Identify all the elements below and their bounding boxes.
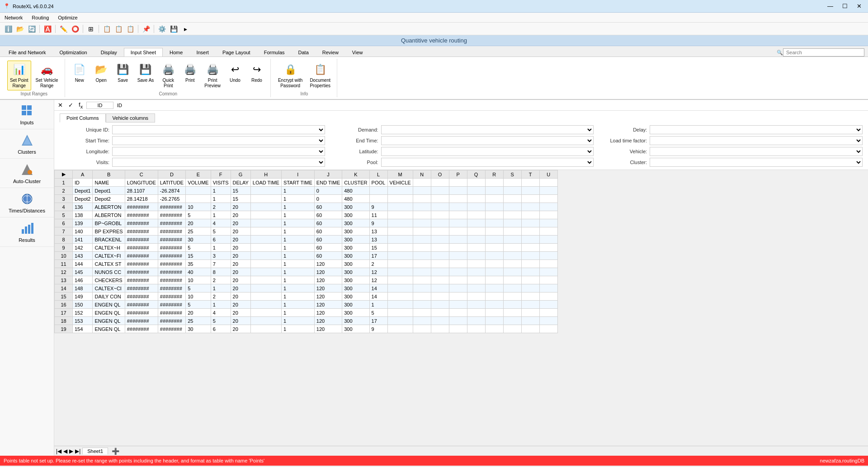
cell-J16[interactable]: 120 (314, 301, 342, 309)
cell-A4[interactable]: 136 (73, 203, 93, 211)
cell-J12[interactable]: 120 (314, 268, 342, 276)
cell-P14[interactable] (449, 284, 467, 292)
cell-E10[interactable]: 15 (186, 252, 211, 260)
cell-U13[interactable] (539, 276, 557, 284)
cell-K12[interactable]: 300 (342, 268, 369, 276)
cell-S9[interactable] (503, 244, 521, 252)
cell-S12[interactable] (503, 268, 521, 276)
cell-D2[interactable]: -26.2874 (158, 187, 185, 195)
toolbar-copy1[interactable]: 📋 (101, 24, 112, 34)
cell-D17[interactable]: ######## (158, 309, 185, 317)
cell-O5[interactable] (431, 211, 449, 219)
maximize-button[interactable]: ☐ (840, 2, 850, 10)
cell-I18[interactable]: 1 (281, 317, 314, 325)
cell-N17[interactable] (413, 309, 431, 317)
cell-L13[interactable]: 12 (369, 276, 387, 284)
cell-A9[interactable]: 142 (73, 244, 93, 252)
cell-E2[interactable] (186, 187, 211, 195)
cell-P6[interactable] (449, 219, 467, 227)
cell-L3[interactable] (369, 195, 387, 203)
sheet-nav-first[interactable]: |◀ (56, 448, 61, 454)
cell-J17[interactable]: 120 (314, 309, 342, 317)
cell-R3[interactable] (485, 195, 503, 203)
cell-I12[interactable]: 1 (281, 268, 314, 276)
select-end-time[interactable] (381, 136, 594, 145)
tab-input-sheet[interactable]: Input Sheet (124, 48, 163, 57)
cell-E18[interactable]: 25 (186, 317, 211, 325)
cell-A10[interactable]: 143 (73, 252, 93, 260)
cell-D8[interactable]: ######## (158, 236, 185, 244)
cell-U17[interactable] (539, 309, 557, 317)
cell-A3[interactable]: Depot2 (73, 195, 93, 203)
formula-bar-close[interactable]: ✕ (56, 101, 65, 109)
tab-view[interactable]: View (345, 48, 370, 57)
cell-D6[interactable]: ######## (158, 219, 185, 227)
cell-M8[interactable] (387, 236, 413, 244)
cell-J14[interactable]: 120 (314, 284, 342, 292)
cell-K15[interactable]: 300 (342, 292, 369, 301)
cell-K19[interactable]: 300 (342, 325, 369, 333)
cell-A2[interactable]: Depot1 (73, 187, 93, 195)
cell-C13[interactable]: ######## (125, 276, 158, 284)
cell-H9[interactable] (250, 244, 281, 252)
cell-J6[interactable]: 60 (314, 219, 342, 227)
cell-M18[interactable] (387, 317, 413, 325)
cell-R17[interactable] (485, 309, 503, 317)
cell-M10[interactable] (387, 252, 413, 260)
cell-H10[interactable] (250, 252, 281, 260)
cell-T2[interactable] (521, 187, 539, 195)
btn-print[interactable]: 🖨️ Print (180, 61, 200, 85)
cell-L9[interactable]: 15 (369, 244, 387, 252)
cell-O4[interactable] (431, 203, 449, 211)
select-vehicle[interactable] (650, 147, 863, 156)
toolbar-info[interactable]: ℹ️ (3, 24, 14, 34)
cell-E14[interactable]: 5 (186, 284, 211, 292)
select-start-time[interactable] (112, 136, 325, 145)
cell-E19[interactable]: 30 (186, 325, 211, 333)
cell-C6[interactable]: ######## (125, 219, 158, 227)
toolbar-draw[interactable]: ✏️ (58, 24, 69, 34)
cell-M12[interactable] (387, 268, 413, 276)
cell-Q6[interactable] (467, 219, 485, 227)
cell-M17[interactable] (387, 309, 413, 317)
cell-B19[interactable]: ENGEN QL (93, 325, 125, 333)
cell-B16[interactable]: ENGEN QL (93, 301, 125, 309)
close-button[interactable]: ✕ (854, 2, 864, 10)
cell-J15[interactable]: 120 (314, 292, 342, 301)
cell-R15[interactable] (485, 292, 503, 301)
btn-save-as[interactable]: 💾 Save As (135, 61, 157, 85)
cell-R16[interactable] (485, 301, 503, 309)
cell-s1[interactable] (503, 179, 521, 187)
cell-F9[interactable]: 1 (211, 244, 231, 252)
cell-Q13[interactable] (467, 276, 485, 284)
select-longitude[interactable] (112, 147, 325, 156)
formula-bar-fx[interactable]: fx (77, 101, 85, 110)
select-latitude[interactable] (381, 147, 594, 156)
menu-routing[interactable]: Routing (27, 14, 53, 21)
cell-U8[interactable] (539, 236, 557, 244)
cell-H5[interactable] (250, 211, 281, 219)
cell-F14[interactable]: 1 (211, 284, 231, 292)
cell-C14[interactable]: ######## (125, 284, 158, 292)
cell-B8[interactable]: BRACKENL (93, 236, 125, 244)
cell-N9[interactable] (413, 244, 431, 252)
cell-L8[interactable]: 13 (369, 236, 387, 244)
cell-I14[interactable]: 1 (281, 284, 314, 292)
cell-M6[interactable] (387, 219, 413, 227)
tab-data[interactable]: Data (292, 48, 316, 57)
cell-N18[interactable] (413, 317, 431, 325)
cell-S10[interactable] (503, 252, 521, 260)
cell-U15[interactable] (539, 292, 557, 301)
col-header-l[interactable]: L (369, 170, 387, 179)
cell-C8[interactable]: ######## (125, 236, 158, 244)
cell-C3[interactable]: 28.14218 (125, 195, 158, 203)
cell-L5[interactable]: 11 (369, 211, 387, 219)
btn-new[interactable]: 📄 New (70, 61, 90, 85)
cell-F16[interactable]: 1 (211, 301, 231, 309)
cell-T3[interactable] (521, 195, 539, 203)
cell-P11[interactable] (449, 260, 467, 268)
cell-I6[interactable]: 1 (281, 219, 314, 227)
cell-U2[interactable] (539, 187, 557, 195)
cell-A6[interactable]: 139 (73, 219, 93, 227)
cell-C15[interactable]: ######## (125, 292, 158, 301)
